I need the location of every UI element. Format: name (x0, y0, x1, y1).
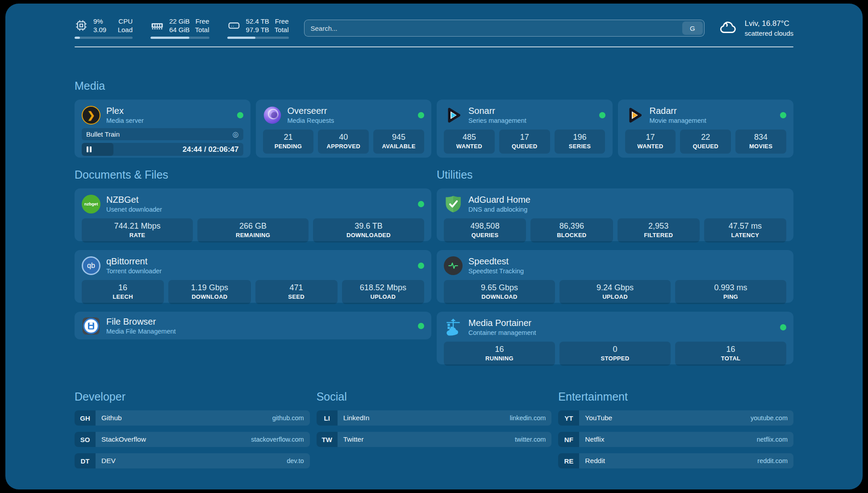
status-dot (418, 263, 424, 269)
bookmark-abbr: DT (75, 453, 96, 468)
portainer-card[interactable]: Media Portainer Container management 16 … (437, 312, 793, 364)
section-title-social: Social (317, 390, 552, 403)
app-name: Plex (106, 105, 144, 116)
filebrowser-card[interactable]: File Browser Media File Management (75, 312, 431, 339)
disk-free-label: Free (275, 17, 289, 25)
pause-icon[interactable] (87, 146, 92, 152)
bookmark-label: StackOverflow (101, 435, 146, 443)
stat-tile: 9.65 Gbps DOWNLOAD (444, 280, 555, 304)
session-settings-icon[interactable]: ◎ (233, 130, 239, 138)
media-cards-row: ❯ Plex Media server Bullet Train ◎ 24:44… (75, 100, 793, 158)
bookmark-dev[interactable]: DT DEV dev.to (75, 453, 310, 468)
system-stats: 9% 3.09 CPU Load (75, 17, 289, 39)
filebrowser-icon (82, 317, 100, 335)
qbittorrent-card[interactable]: qb qBittorrent Torrent downloader 16 LEE… (75, 250, 431, 303)
overseerr-icon (263, 106, 282, 125)
adguard-icon (444, 195, 463, 213)
stat-tile: 834 MOVIES (735, 130, 786, 154)
nzbget-card[interactable]: nzbget NZBGet Usenet downloader 744.21 M… (75, 188, 431, 241)
playback-time: 24:44 / 02:06:47 (183, 145, 239, 154)
bookmark-stackoverflow[interactable]: SO StackOverflow stackoverflow.com (75, 432, 310, 447)
radarr-card[interactable]: Radarr Movie management 17 WANTED 22 QUE… (618, 100, 794, 158)
app-description: Usenet downloader (106, 205, 162, 213)
cpu-progress-bar (75, 37, 133, 39)
bookmark-url: youtube.com (751, 414, 788, 422)
bookmark-label: Twitter (343, 435, 364, 443)
bookmark-youtube[interactable]: YT YouTube youtube.com (558, 410, 793, 426)
app-description: Speedtest Tracking (468, 267, 524, 275)
speedtest-card[interactable]: Speedtest Speedtest Tracking 9.65 Gbps D… (437, 250, 793, 303)
bookmark-reddit[interactable]: RE Reddit reddit.com (558, 453, 793, 468)
stat-tile: 47.57 ms LATENCY (704, 218, 786, 242)
adguard-card[interactable]: AdGuard Home DNS and adblocking 498,508 … (437, 188, 793, 241)
app-description: Media server (106, 117, 144, 125)
bookmark-url: github.com (272, 414, 304, 422)
portainer-icon (444, 318, 463, 337)
stat-tile: 16 LEECH (82, 280, 164, 304)
status-dot (780, 112, 786, 118)
sonarr-card[interactable]: Sonarr Series management 485 WANTED 17 Q… (437, 100, 613, 158)
nzbget-icon: nzbget (82, 195, 100, 213)
bookmark-github[interactable]: GH Github github.com (75, 410, 310, 426)
search-input[interactable] (305, 25, 682, 32)
bookmark-netflix[interactable]: NF Netflix netflix.com (558, 432, 793, 447)
bookmark-twitter[interactable]: TW Twitter twitter.com (317, 432, 552, 447)
memory-stat: 22 GiB 64 GiB Free Total (150, 17, 209, 39)
search-engine-button[interactable]: G (682, 21, 703, 35)
stat-tile: 485 WANTED (444, 130, 495, 154)
ram-free-value: 22 GiB (169, 17, 190, 25)
top-bar: 9% 3.09 CPU Load (75, 17, 793, 39)
status-dot (418, 201, 424, 207)
stat-tile: 2,953 FILTERED (618, 218, 700, 242)
app-description: Media File Management (106, 327, 176, 335)
stat-tile: 498,508 QUERIES (444, 218, 526, 242)
bookmark-label: YouTube (585, 414, 612, 422)
now-playing-title: Bullet Train (86, 130, 120, 138)
section-title-entertainment: Entertainment (558, 390, 793, 403)
bookmark-url: netflix.com (757, 436, 788, 443)
stat-tile: 39.6 TB DOWNLOADED (313, 218, 424, 242)
overseerr-card[interactable]: Overseerr Media Requests 21 PENDING 40 A… (256, 100, 432, 158)
bookmark-abbr: TW (317, 432, 338, 447)
bookmark-abbr: NF (558, 432, 579, 447)
bookmark-url: stackoverflow.com (251, 436, 304, 443)
app-description: Container management (468, 329, 536, 337)
disk-stat: 52.4 TB 97.9 TB Free Total (227, 17, 289, 39)
bookmark-abbr: SO (75, 432, 96, 447)
ram-total-label: Total (195, 26, 209, 33)
player-bar[interactable]: 24:44 / 02:06:47 (82, 143, 243, 156)
bookmark-abbr: RE (558, 453, 579, 468)
plex-card[interactable]: ❯ Plex Media server Bullet Train ◎ 24:44… (75, 100, 250, 158)
bookmark-abbr: LI (317, 410, 338, 426)
bookmark-label: Github (101, 414, 122, 422)
weather-location-temp: Lviv, 16.87°C (745, 19, 793, 28)
cloud-icon (718, 17, 739, 39)
weather-condition: scattered clouds (745, 29, 793, 37)
app-description: Series management (468, 117, 526, 125)
speedtest-icon (444, 256, 463, 275)
bookmark-url: twitter.com (515, 436, 546, 443)
ram-free-label: Free (195, 17, 209, 25)
app-name: File Browser (106, 316, 176, 327)
bookmark-linkedin[interactable]: LI LinkedIn linkedin.com (317, 410, 552, 426)
stat-tile: 471 SEED (255, 280, 338, 304)
search-bar[interactable]: G (304, 20, 705, 37)
status-dot (237, 112, 243, 118)
cpu-load-label: Load (118, 26, 133, 33)
stat-tile: 17 WANTED (625, 130, 676, 154)
ram-icon (150, 19, 164, 32)
stat-tile: 17 QUEUED (499, 130, 550, 154)
stat-tile: 744.21 Mbps RATE (82, 218, 193, 242)
header-divider (75, 46, 793, 47)
stat-tile: 196 SERIES (555, 130, 605, 154)
status-dot (418, 323, 424, 329)
bookmark-abbr: YT (558, 410, 579, 426)
app-description: DNS and adblocking (468, 205, 530, 213)
weather-widget: Lviv, 16.87°C scattered clouds (718, 17, 793, 39)
disk-icon (227, 19, 241, 32)
section-title-utilities: Utilities (437, 168, 793, 181)
cpu-value: 9% (93, 17, 106, 25)
section-title-developer: Developer (75, 390, 310, 403)
stat-tile: 945 AVAILABLE (373, 130, 424, 154)
cpu-icon (75, 19, 88, 32)
